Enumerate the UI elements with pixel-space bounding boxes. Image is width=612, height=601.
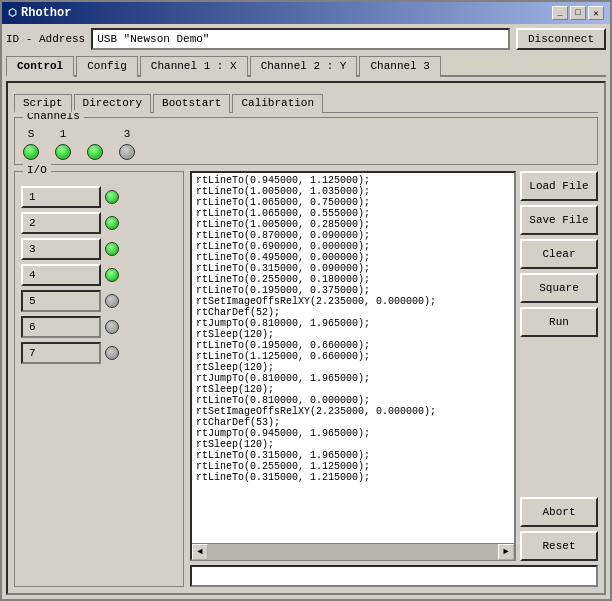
window-body: ID - Address Disconnect Control Config C… — [2, 24, 610, 599]
scroll-right-arrow[interactable]: ► — [498, 544, 514, 560]
io-led-2 — [105, 216, 119, 230]
io-btn-6[interactable]: 6 — [21, 316, 101, 338]
channel-s: S — [23, 128, 39, 160]
io-btn-1[interactable]: 1 — [21, 186, 101, 208]
io-label: I/O — [23, 164, 51, 176]
channel-s-label: S — [28, 128, 35, 140]
channels-inner: S 1 3 — [23, 128, 589, 160]
io-row-6: 6 — [21, 316, 177, 338]
channel-2 — [87, 128, 103, 160]
io-led-3 — [105, 242, 119, 256]
io-row-5: 5 — [21, 290, 177, 312]
channel-s-led — [23, 144, 39, 160]
tab-control[interactable]: Control — [6, 56, 74, 77]
io-row-7: 7 — [21, 342, 177, 364]
app-icon: ⬡ — [8, 7, 17, 19]
tab-bootstart[interactable]: Bootstart — [153, 94, 230, 113]
scroll-left-arrow[interactable]: ◄ — [192, 544, 208, 560]
channel-3-led — [119, 144, 135, 160]
title-bar-controls: _ □ ✕ — [552, 6, 604, 20]
io-rows: 1 2 3 — [21, 186, 177, 364]
button-spacer — [520, 341, 598, 493]
disconnect-button[interactable]: Disconnect — [516, 28, 606, 50]
io-row-2: 2 — [21, 212, 177, 234]
io-led-1 — [105, 190, 119, 204]
run-button[interactable]: Run — [520, 307, 598, 337]
save-file-button[interactable]: Save File — [520, 205, 598, 235]
io-row-4: 4 — [21, 264, 177, 286]
channel-3: 3 — [119, 128, 135, 160]
io-group: I/O 1 2 — [14, 171, 184, 587]
io-btn-3[interactable]: 3 — [21, 238, 101, 260]
io-led-7 — [105, 346, 119, 360]
sub-tab-bar: Script Directory Bootstart Calibration — [14, 93, 598, 113]
channel-1: 1 — [55, 128, 71, 160]
script-textarea[interactable]: rtLineTo(0.945000, 1.125000); rtLineTo(1… — [192, 173, 514, 543]
load-file-button[interactable]: Load File — [520, 171, 598, 201]
tab-calibration[interactable]: Calibration — [232, 94, 323, 113]
io-btn-5[interactable]: 5 — [21, 290, 101, 312]
abort-button[interactable]: Abort — [520, 497, 598, 527]
io-led-4 — [105, 268, 119, 282]
io-row-3: 3 — [21, 238, 177, 260]
script-text-wrap: rtLineTo(0.945000, 1.125000); rtLineTo(1… — [190, 171, 516, 561]
horizontal-scrollbar[interactable]: ◄ ► — [192, 543, 514, 559]
channel-2-label — [92, 128, 99, 140]
main-tab-bar: Control Config Channel 1 : X Channel 2 :… — [6, 54, 606, 77]
main-window: ⬡ Rhothor _ □ ✕ ID - Address Disconnect … — [0, 0, 612, 601]
minimize-button[interactable]: _ — [552, 6, 568, 20]
io-btn-2[interactable]: 2 — [21, 212, 101, 234]
script-right: rtLineTo(0.945000, 1.125000); rtLineTo(1… — [190, 171, 598, 587]
channel-1-label: 1 — [60, 128, 67, 140]
tab-config[interactable]: Config — [76, 56, 138, 77]
title-bar-left: ⬡ Rhothor — [8, 6, 71, 20]
main-content: Script Directory Bootstart Calibration C… — [6, 81, 606, 595]
tab-channel1x[interactable]: Channel 1 : X — [140, 56, 248, 77]
bottom-input[interactable] — [190, 565, 598, 587]
tab-channel3[interactable]: Channel 3 — [359, 56, 440, 77]
right-buttons: Load File Save File Clear Square Run Abo… — [520, 171, 598, 561]
clear-button[interactable]: Clear — [520, 239, 598, 269]
title-bar: ⬡ Rhothor _ □ ✕ — [2, 2, 610, 24]
id-row: ID - Address Disconnect — [6, 28, 606, 50]
io-led-5 — [105, 294, 119, 308]
io-led-6 — [105, 320, 119, 334]
io-row-1: 1 — [21, 186, 177, 208]
channel-3-label: 3 — [124, 128, 131, 140]
maximize-button[interactable]: □ — [570, 6, 586, 20]
id-address-label: ID - Address — [6, 33, 85, 45]
id-address-input[interactable] — [91, 28, 510, 50]
scroll-track[interactable] — [208, 544, 498, 560]
channel-2-led — [87, 144, 103, 160]
channel-1-led — [55, 144, 71, 160]
tab-directory[interactable]: Directory — [74, 94, 151, 113]
square-button[interactable]: Square — [520, 273, 598, 303]
tab-channel2y[interactable]: Channel 2 : Y — [250, 56, 358, 77]
reset-button[interactable]: Reset — [520, 531, 598, 561]
left-panel: I/O 1 2 — [14, 171, 184, 587]
close-button[interactable]: ✕ — [588, 6, 604, 20]
tab-script[interactable]: Script — [14, 94, 72, 113]
io-btn-4[interactable]: 4 — [21, 264, 101, 286]
app-title: Rhothor — [21, 6, 71, 20]
middle-section: I/O 1 2 — [14, 171, 598, 587]
channels-group: Channels S 1 — [14, 117, 598, 165]
io-btn-7[interactable]: 7 — [21, 342, 101, 364]
script-area: Channels S 1 — [14, 117, 598, 587]
